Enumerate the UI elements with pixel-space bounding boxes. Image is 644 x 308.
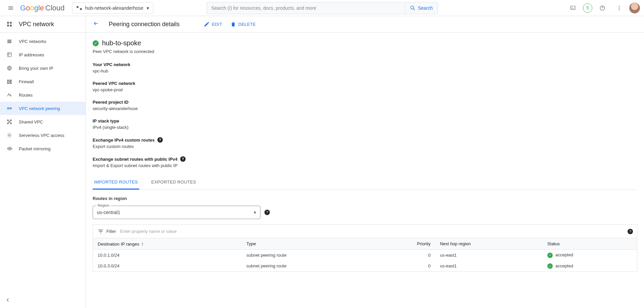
sidebar-item-routes[interactable]: Routes — [0, 88, 86, 102]
vpc-network-product-icon — [6, 21, 13, 27]
detail-field-label: Exchange IPv4 custom routes? — [93, 137, 637, 143]
free-trial-badge[interactable]: 5 — [583, 3, 592, 13]
routes-in-region-heading: Routes in region — [93, 196, 637, 201]
cloud-shell-button[interactable] — [566, 1, 580, 15]
free-trial-count: 5 — [586, 5, 589, 10]
google-cloud-logo[interactable]: Google Cloud — [20, 4, 65, 12]
peering-icon — [6, 105, 13, 111]
detail-field: Peered VPC network vpc-spoke-prod — [93, 81, 637, 92]
edit-button[interactable]: EDIT — [204, 21, 222, 27]
cell-status: ✓accepted — [543, 261, 637, 272]
cloud-shell-icon — [570, 5, 576, 11]
cell-dest: 10.0.3.0/24 — [93, 261, 242, 272]
left-nav-title-text: VPC network — [19, 21, 54, 28]
status-ok-icon: ✓ — [547, 253, 553, 258]
arrow-back-icon — [93, 20, 99, 27]
help-icon — [599, 5, 605, 11]
svg-line-1 — [413, 9, 415, 10]
delete-button[interactable]: DELETE — [230, 21, 256, 27]
project-name: hub-network-alexanderhose — [85, 5, 144, 11]
column-header[interactable]: Priority — [374, 238, 435, 250]
project-picker[interactable]: hub-network-alexanderhose ▾ — [72, 2, 154, 14]
left-nav: VPC network VPC networks IP addresses Br… — [0, 16, 86, 308]
detail-field: Exchange IPv4 custom routes? Export cust… — [93, 137, 637, 149]
sidebar-item-bring-your-own-ip[interactable]: Bring your own IP — [0, 61, 86, 75]
table-row[interactable]: 10.0.3.0/24 subnet peering route 0 us-ea… — [93, 261, 637, 272]
column-header[interactable]: Destination IP ranges↑ — [93, 238, 242, 250]
sidebar-item-firewall[interactable]: Firewall — [0, 75, 86, 88]
cell-status: ✓accepted — [543, 250, 637, 261]
filter-label-wrap: Filter — [98, 228, 116, 235]
region-help-icon[interactable]: ? — [264, 210, 270, 215]
sidebar-item-vpc-networks[interactable]: VPC networks — [0, 35, 86, 48]
status-ok-icon: ✓ — [93, 40, 99, 46]
peering-heading: ✓ hub-to-spoke — [93, 39, 637, 47]
svg-rect-17 — [10, 80, 12, 81]
left-nav-title: VPC network — [0, 16, 86, 33]
detail-field-label: IP stack type — [93, 118, 637, 123]
sidebar-item-label: Serverless VPC access — [19, 133, 64, 138]
search-icon — [410, 5, 416, 11]
byoip-icon — [6, 65, 13, 71]
search-input[interactable] — [206, 2, 405, 14]
back-button[interactable] — [91, 20, 101, 28]
sidebar-item-label: Packet mirroring — [19, 146, 51, 151]
cell-type: subnet peering route — [242, 250, 374, 261]
routes-icon — [6, 92, 13, 98]
sidebar-item-label: Firewall — [19, 79, 34, 84]
main-menu-button[interactable] — [4, 1, 17, 15]
column-header[interactable]: Type — [242, 238, 374, 250]
svg-rect-11 — [7, 40, 11, 41]
global-header: Google Cloud hub-network-alexanderhose ▾… — [0, 0, 644, 16]
detail-field: IP stack type IPv4 (single-stack) — [93, 118, 637, 130]
account-avatar[interactable] — [629, 3, 640, 13]
column-header[interactable]: Status — [543, 238, 637, 250]
cell-next-hop: us-east1 — [435, 250, 543, 261]
routes-tabs: IMPORTED ROUTESEXPORTED ROUTES — [93, 175, 637, 190]
sidebar-item-packet-mirroring[interactable]: Packet mirroring — [0, 142, 86, 155]
svg-rect-32 — [10, 147, 11, 150]
help-icon[interactable]: ? — [157, 137, 163, 143]
filter-input[interactable] — [120, 229, 632, 234]
sidebar-item-label: VPC network peering — [19, 106, 60, 111]
table-row[interactable]: 10.0.1.0/24 subnet peering route 0 us-ea… — [93, 250, 637, 261]
edit-icon — [204, 21, 210, 27]
cell-priority: 0 — [374, 261, 435, 272]
sidebar-item-vpc-network-peering[interactable]: VPC network peering — [0, 102, 86, 115]
detail-field: Your VPC network vpc-hub — [93, 62, 637, 73]
filter-help-icon[interactable]: ? — [628, 229, 633, 234]
collapse-nav-button[interactable] — [3, 295, 13, 305]
sidebar-item-shared-vpc[interactable]: Shared VPC — [0, 115, 86, 129]
more-button[interactable] — [612, 1, 626, 15]
sidebar-item-label: IP addresses — [19, 52, 44, 57]
detail-field-label: Peered project ID — [93, 100, 637, 105]
help-button[interactable] — [596, 1, 609, 15]
svg-rect-30 — [8, 147, 9, 150]
sidebar-item-label: VPC networks — [19, 39, 46, 44]
region-row: Region us-central1 ▾ ? — [93, 206, 637, 219]
svg-point-6 — [619, 9, 620, 10]
help-icon[interactable]: ? — [180, 156, 186, 162]
svg-rect-7 — [7, 22, 9, 23]
search-button[interactable]: Search — [405, 2, 438, 14]
svg-rect-33 — [11, 148, 12, 150]
tab-imported-routes[interactable]: IMPORTED ROUTES — [93, 175, 139, 190]
svg-rect-21 — [10, 83, 12, 84]
sidebar-item-serverless-vpc-access[interactable]: Serverless VPC access — [0, 129, 86, 142]
delete-icon — [230, 21, 236, 27]
sidebar-item-label: Shared VPC — [19, 119, 43, 124]
sidebar-item-ip-addresses[interactable]: IP addresses — [0, 48, 86, 61]
detail-field: Peered project ID security-alexanderhose — [93, 100, 637, 111]
column-header[interactable]: Next hop region — [435, 238, 543, 250]
more-vert-icon — [616, 5, 622, 11]
vpc-networks-icon — [6, 38, 13, 44]
detail-field-value: vpc-hub — [93, 68, 637, 73]
detail-field-label: Your VPC network — [93, 62, 637, 67]
tab-exported-routes[interactable]: EXPORTED ROUTES — [150, 175, 198, 190]
region-select[interactable]: Region us-central1 ▾ — [93, 206, 260, 219]
detail-field-value: Import & Export subnet routes with publi… — [93, 163, 637, 168]
detail-field-label: Peered VPC network — [93, 81, 637, 86]
svg-rect-8 — [10, 22, 12, 23]
caret-down-icon: ▾ — [254, 210, 256, 215]
filter-icon — [98, 228, 104, 235]
